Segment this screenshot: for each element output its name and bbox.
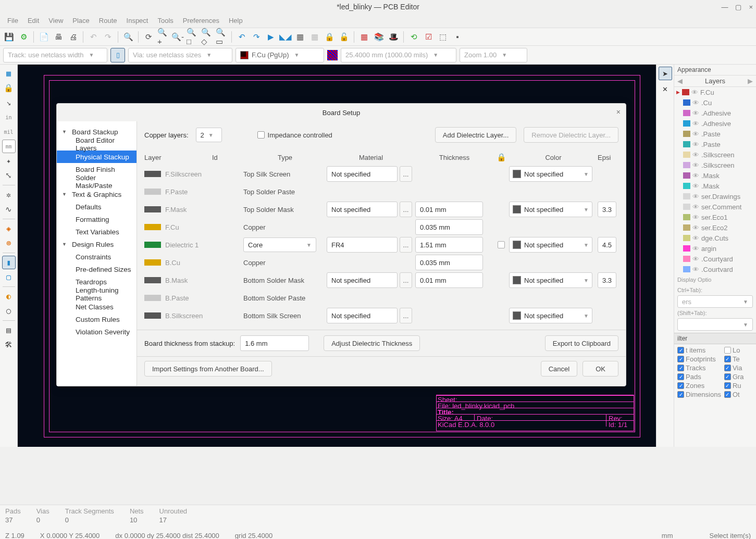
units-mm-icon[interactable]: mm xyxy=(2,140,16,153)
layer-row[interactable]: 👁.Paste xyxy=(674,139,756,149)
3d-viewer-icon[interactable]: 🎩 xyxy=(388,31,399,43)
filter-checkbox[interactable]: Pads xyxy=(677,373,721,381)
plot-icon[interactable]: 🖨 xyxy=(67,31,79,43)
nav-group[interactable]: Design Rules xyxy=(57,238,137,250)
net-highlight-icon[interactable]: ▢ xyxy=(2,270,16,284)
menu-file[interactable]: File xyxy=(3,15,22,27)
grid-select[interactable]: 25.4000 mm (1000.00 mils)▼ xyxy=(341,48,456,62)
redo-icon[interactable]: ↷ xyxy=(102,31,114,43)
material-browse-button[interactable]: ... xyxy=(400,237,412,253)
filter-checkbox[interactable]: Dimensions xyxy=(677,391,721,398)
undo-icon[interactable]: ↶ xyxy=(88,31,99,43)
zoom-out-icon[interactable]: 🔍- xyxy=(172,31,183,43)
color-select[interactable]: Not specified▼ xyxy=(509,202,592,217)
zoom-select[interactable]: Zoom 1.00▼ xyxy=(460,48,527,62)
thickness-input[interactable]: 1.51 mm xyxy=(415,237,483,253)
nav-item[interactable]: Solder Mask/Paste xyxy=(57,176,137,188)
material-input[interactable]: Not specified xyxy=(327,202,398,217)
layer-row[interactable]: ▶👁F.Cu xyxy=(674,87,756,97)
find-icon[interactable]: 🔍 xyxy=(122,31,134,43)
ratsnest-icon[interactable]: ✲ xyxy=(2,188,16,202)
mirror-h-icon[interactable]: ◣◢ xyxy=(280,31,291,43)
nav-item[interactable]: Pre-defined Sizes xyxy=(57,263,137,275)
menu-preferences[interactable]: Preferences xyxy=(179,15,224,27)
properties-icon[interactable]: 🛠 xyxy=(2,338,16,352)
menu-inspect[interactable]: Inspect xyxy=(122,15,153,27)
nav-item[interactable]: Text Variables xyxy=(57,225,137,238)
tab-arrow-left-icon[interactable]: ◀ xyxy=(677,77,683,85)
minimize-button[interactable]: — xyxy=(721,3,728,11)
layer-row[interactable]: 👁.Paste xyxy=(674,129,756,139)
layer-row[interactable]: 👁.Silkscreen xyxy=(674,160,756,170)
add-dielectric-button[interactable]: Add Dielectric Layer... xyxy=(435,127,516,143)
save-icon[interactable]: 💾 xyxy=(3,31,15,43)
zoom-fit-icon[interactable]: 🔍□ xyxy=(187,31,198,43)
layer-preset-select[interactable]: ers▼ xyxy=(677,295,753,308)
layer-row[interactable]: 👁.Adhesive xyxy=(674,108,756,118)
unlock-icon[interactable]: 🔓 xyxy=(338,31,350,43)
nav-item[interactable]: Formatting xyxy=(57,213,137,225)
material-input[interactable]: Not specified xyxy=(327,272,398,288)
copper-layers-select[interactable]: 2▼ xyxy=(196,128,222,142)
nav-item[interactable]: Defaults xyxy=(57,200,137,213)
refresh-icon[interactable]: ⟳ xyxy=(143,31,154,43)
nav-item[interactable]: Physical Stackup xyxy=(57,151,137,163)
units-in-icon[interactable]: in xyxy=(2,110,16,124)
select-tool-icon[interactable]: ➤ xyxy=(659,67,672,80)
filter-checkbox[interactable]: t items xyxy=(677,346,721,354)
units-mil-icon[interactable]: mil xyxy=(2,125,16,139)
layer-row[interactable]: 👁.Adhesive xyxy=(674,118,756,129)
thickness-input[interactable]: 0.035 mm xyxy=(415,219,483,235)
filter-checkbox[interactable]: Lo xyxy=(724,346,753,354)
adjust-dielectric-button[interactable]: Adjust Dielectric Thickness xyxy=(324,335,420,351)
menu-route[interactable]: Route xyxy=(95,15,121,27)
zone-outline-icon[interactable]: ◯ xyxy=(2,304,16,318)
close-button[interactable]: × xyxy=(749,3,753,11)
nav-group[interactable]: Text & Graphics xyxy=(57,188,137,200)
nav-item[interactable]: Custom Rules xyxy=(57,313,137,325)
high-contrast-icon[interactable]: ▮ xyxy=(2,256,16,269)
footprint-browser-icon[interactable]: 📚 xyxy=(373,31,385,43)
filter-checkbox[interactable]: Ru xyxy=(724,382,753,390)
menu-edit[interactable]: Edit xyxy=(23,15,43,27)
scripting-icon[interactable]: ▪ xyxy=(452,31,463,43)
filter-checkbox[interactable]: Via xyxy=(724,364,753,372)
lock-icon[interactable]: 🔒 xyxy=(324,31,335,43)
outline-zones-icon[interactable]: ◈ xyxy=(2,222,16,235)
layer-row[interactable]: 👁.Silkscreen xyxy=(674,149,756,160)
drc-icon[interactable]: ☑ xyxy=(423,31,434,43)
viewport-select[interactable]: ▼ xyxy=(677,318,753,331)
cursor-shape-icon[interactable]: ✦ xyxy=(2,154,16,168)
import-settings-button[interactable]: Import Settings from Another Board... xyxy=(144,361,272,377)
via-size-select[interactable]: Via: use netclass sizes▼ xyxy=(128,48,232,62)
zoom-in-icon[interactable]: 🔍+ xyxy=(157,31,169,43)
filter-checkbox[interactable]: Zones xyxy=(677,382,721,390)
lock-checkbox[interactable] xyxy=(498,241,505,248)
filter-checkbox[interactable]: Ot xyxy=(724,391,753,398)
menu-help[interactable]: Help xyxy=(225,15,247,27)
ok-button[interactable]: OK xyxy=(583,361,618,377)
nav-item[interactable]: Length-tuning Patterns xyxy=(57,288,137,300)
nav-item[interactable]: Constraints xyxy=(57,250,137,263)
local-ratsnest-icon[interactable]: ✕ xyxy=(659,82,672,96)
layer-row[interactable]: 👁ser.Drawings xyxy=(674,191,756,202)
footprint-editor-icon[interactable]: ▦ xyxy=(358,31,370,43)
material-browse-button[interactable]: ... xyxy=(400,202,412,217)
layer-select[interactable]: F.Cu (PgUp)▼ xyxy=(236,48,324,62)
auto-track-width-toggle[interactable]: ▯ xyxy=(110,48,125,62)
epsilon-input[interactable]: 3.3 xyxy=(598,202,616,217)
thickness-input[interactable]: 0.035 mm xyxy=(415,255,483,270)
type-select[interactable]: Core▼ xyxy=(243,237,316,252)
rotate-cw-icon[interactable]: ↷ xyxy=(251,31,262,43)
layer-row[interactable]: 👁ser.Eco2 xyxy=(674,222,756,233)
thickness-input[interactable]: 0.01 mm xyxy=(415,202,483,217)
grid-show-icon[interactable]: ▦ xyxy=(2,67,16,80)
tab-arrow-right-icon[interactable]: ▶ xyxy=(748,77,753,85)
page-settings-icon[interactable]: 📄 xyxy=(38,31,49,43)
menu-place[interactable]: Place xyxy=(68,15,94,27)
filter-checkbox[interactable]: Gra xyxy=(724,373,753,381)
layer-row[interactable]: 👁.Mask xyxy=(674,170,756,181)
color-select[interactable]: Not specified▼ xyxy=(509,166,592,182)
thickness-input[interactable]: 0.01 mm xyxy=(415,272,483,288)
mirror-v-icon[interactable]: ▶ xyxy=(265,31,277,43)
